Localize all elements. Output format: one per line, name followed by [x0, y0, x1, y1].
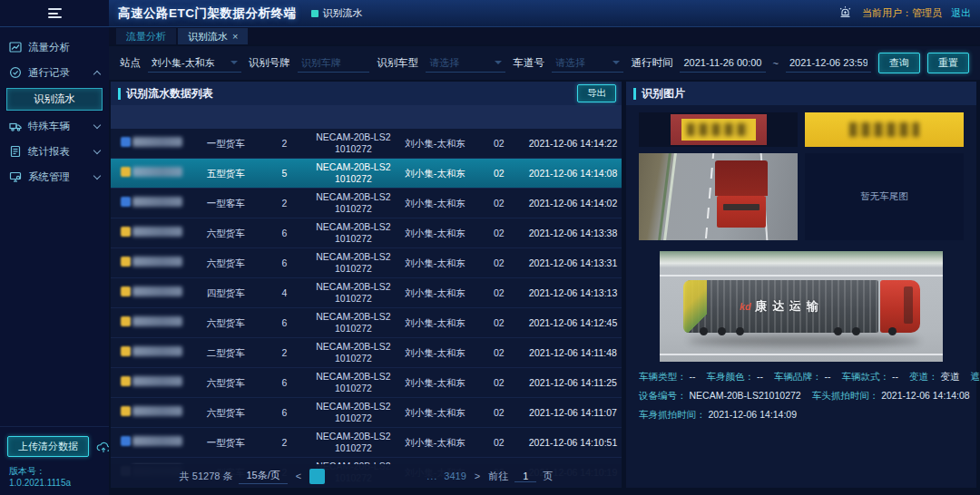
vehicle-body-photo[interactable]: kd 康达运输: [660, 251, 943, 362]
time-to-field: [786, 54, 871, 73]
plate-cell: [111, 316, 192, 329]
detail-label: 车辆类型：: [639, 371, 687, 382]
sidebar-item[interactable]: 系统管理: [0, 164, 109, 189]
road-gantry-photo[interactable]: [639, 153, 798, 240]
blurred-plate-characters: [687, 123, 750, 135]
table-row[interactable]: 六型货车 6 NECAM-20B-LS21010272 刘小集-太和东 02 2…: [111, 218, 622, 248]
detail-item: 遮挡：正常: [971, 371, 980, 383]
lane-cell: 02: [474, 347, 524, 359]
table-row[interactable]: 五型货车 5 NECAM-20B-LS21010272 刘小集-太和东 02 2…: [111, 159, 622, 189]
axles-cell: 2: [259, 347, 309, 359]
menu-collapse-icon[interactable]: [48, 6, 62, 21]
axles-cell: 6: [259, 228, 309, 239]
detail-item: 车身颜色：--: [707, 371, 764, 383]
page-number[interactable]: [309, 469, 325, 484]
last-page-number[interactable]: 3419: [444, 469, 466, 484]
reset-button[interactable]: 重置: [927, 53, 969, 73]
tab[interactable]: 识别流水 ×: [178, 28, 248, 44]
sidebar-bottom: 上传清分数据 版本号：1.0.2021.1115a: [0, 426, 109, 495]
sidebar-item[interactable]: 识别流水: [6, 88, 103, 111]
lane-select[interactable]: 请选择: [552, 54, 623, 73]
vehicle-type-cell: 一型货车: [192, 138, 259, 150]
page-number[interactable]: [405, 469, 420, 484]
sidebar-item-icon: [9, 145, 22, 158]
sidebar-item[interactable]: 通行记录: [0, 60, 109, 85]
station-value: 刘小集-太和东: [152, 56, 215, 70]
table-row[interactable]: 一型货车 2 NECAM-20B-LS21010272 刘小集-太和东 02 2…: [111, 428, 622, 458]
total-count-label: 共 51278 条: [180, 470, 233, 483]
truck-shadow: [688, 335, 920, 346]
export-button[interactable]: 导出: [577, 84, 616, 102]
truck-wheels: [700, 327, 708, 335]
table-row[interactable]: 二型货车 2 NECAM-20B-LS21010272 刘小集-太和东 02 2…: [111, 338, 622, 368]
upload-clearing-data-button[interactable]: 上传清分数据: [7, 436, 89, 457]
page-number[interactable]: [367, 469, 382, 484]
logout-link[interactable]: 退出: [951, 6, 971, 20]
sidebar-item[interactable]: 特殊车辆: [0, 113, 109, 139]
tab-bar: 流量分析 识别流水 ×: [109, 27, 980, 44]
plate-blur-bar: [132, 137, 182, 147]
time-separator: ~: [773, 58, 779, 69]
sidebar-item-label: 识别流水: [34, 92, 75, 106]
page-number[interactable]: [386, 469, 401, 484]
station-cell: 刘小集-太和东: [397, 138, 473, 150]
detail-value: 2021-12-06 14:14:09: [709, 409, 798, 420]
goto-page-input[interactable]: [514, 471, 536, 482]
side-view-truck: kd 康达运输: [685, 280, 920, 334]
plate-blur-bar: [132, 406, 182, 416]
sidebar-item-icon: [9, 120, 22, 132]
current-user-label: 当前用户：管理员: [862, 6, 942, 20]
sidebar-item[interactable]: 统计报表: [0, 139, 109, 164]
prev-page-button[interactable]: <: [294, 471, 303, 481]
time-from-input[interactable]: [683, 57, 761, 68]
plate-filter-input[interactable]: [301, 57, 366, 68]
time-cell: 2021-12-06 14:14:22: [524, 138, 622, 150]
vehicle-type-select[interactable]: 请选择: [426, 54, 505, 73]
time-to-input[interactable]: [789, 57, 867, 68]
table-row[interactable]: 六型货车 6 NECAM-20B-LS21010272 刘小集-太和东 02 2…: [111, 308, 622, 338]
table-row[interactable]: 六型货车 6 NECAM-20B-LS21010272 刘小集-太和东 02 2…: [111, 368, 622, 398]
station-select[interactable]: 刘小集-太和东: [148, 54, 241, 73]
vehicle-type-cell: 六型货车: [192, 377, 259, 389]
sidebar-item[interactable]: 流量分析: [0, 34, 109, 60]
flow-table-panel: 识别流水数据列表 导出 一型货车: [111, 82, 622, 488]
filter-bar: 站点 刘小集-太和东 识别号牌 识别车型 请选择 车道号 请选择 通行时间: [109, 46, 980, 80]
next-page-button[interactable]: >: [473, 471, 482, 481]
lane-cell: 02: [474, 437, 524, 449]
lane-line: [704, 153, 714, 240]
query-button[interactable]: 查询: [878, 53, 920, 73]
table-row[interactable]: 六型货车 6 NECAM-20B-LS21010272 刘小集-太和东 02 2…: [111, 248, 622, 278]
station-cell: 刘小集-太和东: [397, 257, 473, 269]
blurred-plate: [121, 376, 182, 386]
page-size-select[interactable]: 15条/页: [239, 468, 287, 484]
alarm-icon[interactable]: [838, 5, 853, 21]
plate-color-square: [121, 257, 131, 267]
plate-color-square: [121, 227, 131, 237]
plate-color-square: [121, 286, 131, 296]
plate-blur-bar: [132, 167, 182, 177]
yellow-plate-crop: [805, 112, 964, 147]
station-cell: 刘小集-太和东: [397, 287, 473, 299]
table-row[interactable]: 一型客车 2 NECAM-20B-LS21010272 刘小集-太和东 02 2…: [111, 189, 622, 218]
top-header: 高速公路ETC门架数据分析终端 识别流水 当前用户：管理员 退出: [0, 0, 980, 27]
detail-label: 遮挡：: [971, 371, 980, 382]
page-number[interactable]: [328, 469, 344, 484]
device-cell: NECAM-20B-LS21010272: [310, 431, 397, 453]
tab[interactable]: 流量分析: [116, 28, 176, 44]
axles-cell: 2: [259, 198, 309, 209]
vehicle-type-cell: 六型货车: [192, 407, 259, 419]
sidebar: 流量分析 通行记录 识别流水 特殊车辆 统计报表: [0, 27, 109, 495]
table-row[interactable]: 四型货车 4 NECAM-20B-LS21010272 刘小集-太和东 02 2…: [111, 278, 622, 308]
table-row[interactable]: 一型货车 2 NECAM-20B-LS21010272 刘小集-太和东 02 2…: [111, 129, 622, 159]
plate-cell: [111, 346, 192, 359]
tab-close-icon[interactable]: ×: [232, 31, 238, 42]
chevron-icon: [93, 70, 101, 77]
plate-photo[interactable]: [805, 112, 964, 147]
trailer-text: 康达运输: [755, 298, 824, 315]
vehicle-type-cell: 一型客车: [192, 198, 259, 209]
page-number[interactable]: [348, 469, 363, 484]
blurred-plate: [121, 137, 182, 147]
table-row[interactable]: 六型货车 6 NECAM-20B-LS21010272 刘小集-太和东 02 2…: [111, 398, 622, 428]
vehicle-head-plate-photo[interactable]: [639, 112, 798, 147]
blurred-plate: [121, 197, 182, 207]
